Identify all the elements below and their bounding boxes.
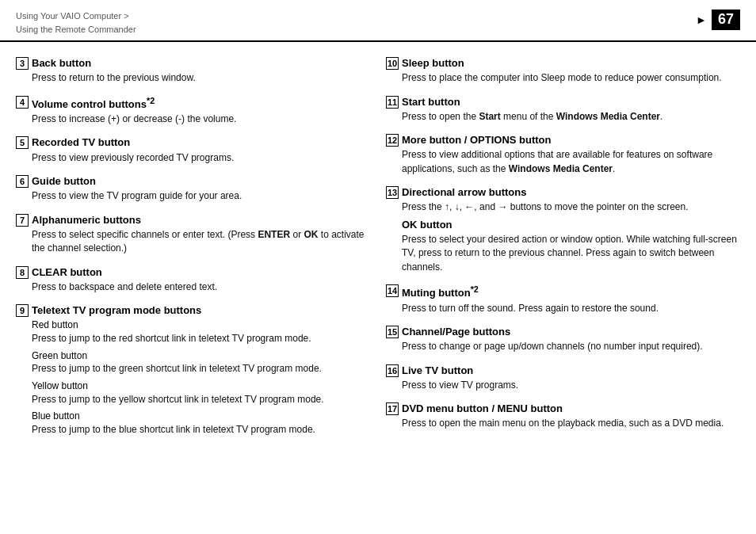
- entry-number-15: 15: [386, 326, 399, 338]
- entry-number-10: 10: [386, 57, 399, 70]
- sub-title-blue: Blue button: [32, 410, 370, 423]
- entry-number-3: 3: [16, 57, 29, 70]
- entry-number-9: 9: [16, 304, 29, 317]
- entry-number-4: 4: [16, 96, 29, 109]
- sub-entry-red: Red button Press to jump to the red shor…: [32, 318, 370, 345]
- right-column: 10 Sleep button Press to place the compu…: [386, 56, 740, 449]
- page-number-area: ► 67: [696, 10, 740, 30]
- entry-5: 5 Recorded TV button Press to view previ…: [16, 135, 370, 165]
- ok-title: OK button: [402, 218, 740, 232]
- entry-title-7: Alphanumeric buttons: [32, 213, 370, 227]
- entry-9: 9 Teletext TV program mode buttons Red b…: [16, 303, 370, 440]
- entry-title-3: Back button: [32, 56, 370, 71]
- entry-3: 3 Back button Press to return to the pre…: [16, 56, 370, 86]
- entry-title-5: Recorded TV button: [32, 135, 370, 150]
- entry-number-14: 14: [386, 284, 399, 297]
- sub-title-yellow: Yellow button: [32, 380, 370, 393]
- sub-entry-green: Green button Press to jump to the green …: [32, 349, 370, 376]
- entry-number-17: 17: [386, 402, 399, 415]
- entry-title-13: Directional arrow buttons: [402, 185, 740, 200]
- entry-desc-3: Press to return to the previous window.: [32, 71, 370, 85]
- entry-title-8: CLEAR button: [32, 265, 370, 280]
- entry-content-10: Sleep button Press to place the computer…: [402, 56, 740, 86]
- entry-content-11: Start button Press to open the Start men…: [402, 95, 740, 124]
- entry-11: 11 Start button Press to open the Start …: [386, 95, 740, 124]
- page-number: 67: [712, 10, 740, 30]
- entry-title-6: Guide button: [32, 174, 370, 189]
- entry-content-7: Alphanumeric buttons Press to select spe…: [32, 213, 370, 256]
- entry-number-11: 11: [386, 96, 399, 109]
- entry-content-6: Guide button Press to view the TV progra…: [32, 174, 370, 204]
- entry-number-5: 5: [16, 136, 29, 149]
- entry-8: 8 CLEAR button Press to backspace and de…: [16, 265, 370, 295]
- entry-title-14: Muting button*2: [402, 284, 740, 301]
- entry-desc-11: Press to open the Start menu of the Wind…: [402, 110, 740, 124]
- entry-title-17: DVD menu button / MENU button: [402, 402, 740, 416]
- entry-title-12: More button / OPTIONS button: [402, 133, 740, 147]
- entry-desc-8: Press to backspace and delete entered te…: [32, 280, 370, 294]
- sub-desc-red: Press to jump to the red shortcut link i…: [32, 332, 370, 345]
- arrow-right-icon: ►: [696, 13, 707, 26]
- entry-title-16: Live TV button: [402, 364, 740, 378]
- entry-title-15: Channel/Page buttons: [402, 325, 740, 339]
- entry-content-5: Recorded TV button Press to view previou…: [32, 135, 370, 165]
- sub-desc-blue: Press to jump to the blue shortcut link …: [32, 423, 370, 437]
- entry-desc-5: Press to view previously recorded TV pro…: [32, 151, 370, 165]
- entry-17: 17 DVD menu button / MENU button Press t…: [386, 402, 740, 431]
- entry-12: 12 More button / OPTIONS button Press to…: [386, 133, 740, 176]
- entry-10: 10 Sleep button Press to place the compu…: [386, 56, 740, 86]
- entry-content-17: DVD menu button / MENU button Press to o…: [402, 402, 740, 431]
- entry-content-9: Teletext TV program mode buttons Red but…: [32, 303, 370, 440]
- left-column: 3 Back button Press to return to the pre…: [16, 56, 370, 449]
- breadcrumb: Using Your VAIO Computer > Using the Rem…: [16, 10, 136, 36]
- entry-desc-16: Press to view TV programs.: [402, 379, 740, 392]
- ok-section: OK button Press to select your desired a…: [402, 218, 740, 274]
- entry-number-8: 8: [16, 266, 29, 279]
- page-container: Using Your VAIO Computer > Using the Rem…: [0, 0, 756, 534]
- entry-number-16: 16: [386, 364, 399, 377]
- entry-title-11: Start button: [402, 95, 740, 109]
- entry-content-4: Volume control buttons*2 Press to increa…: [32, 95, 370, 127]
- entry-content-14: Muting button*2 Press to turn off the so…: [402, 284, 740, 315]
- entry-7: 7 Alphanumeric buttons Press to select s…: [16, 213, 370, 256]
- entry-title-4: Volume control buttons*2: [32, 95, 370, 113]
- entry-desc-10: Press to place the computer into Sleep m…: [402, 71, 740, 85]
- entry-6: 6 Guide button Press to view the TV prog…: [16, 174, 370, 204]
- entry-title-10: Sleep button: [402, 56, 740, 71]
- entry-content-3: Back button Press to return to the previ…: [32, 56, 370, 86]
- entry-13: 13 Directional arrow buttons Press the ↑…: [386, 185, 740, 274]
- entry-14: 14 Muting button*2 Press to turn off the…: [386, 284, 740, 315]
- entry-desc-14: Press to turn off the sound. Press again…: [402, 302, 740, 315]
- entry-number-12: 12: [386, 134, 399, 147]
- sub-title-green: Green button: [32, 349, 370, 363]
- entry-content-13: Directional arrow buttons Press the ↑, ↓…: [402, 185, 740, 274]
- entry-number-13: 13: [386, 186, 399, 199]
- entry-content-8: CLEAR button Press to backspace and dele…: [32, 265, 370, 295]
- entry-desc-13: Press the ↑, ↓, ←, and → buttons to move…: [402, 200, 740, 214]
- entry-desc-6: Press to view the TV program guide for y…: [32, 189, 370, 203]
- entry-number-6: 6: [16, 175, 29, 188]
- entry-desc-4: Press to increase (+) or decrease (-) th…: [32, 113, 370, 126]
- entry-4: 4 Volume control buttons*2 Press to incr…: [16, 95, 370, 127]
- sub-desc-yellow: Press to jump to the yellow shortcut lin…: [32, 393, 370, 406]
- entry-15: 15 Channel/Page buttons Press to change …: [386, 325, 740, 354]
- entry-number-7: 7: [16, 214, 29, 227]
- sub-entry-blue: Blue button Press to jump to the blue sh…: [32, 410, 370, 437]
- entry-desc-12: Press to view additional options that ar…: [402, 148, 740, 176]
- sub-desc-green: Press to jump to the green shortcut link…: [32, 362, 370, 376]
- entry-16: 16 Live TV button Press to view TV progr…: [386, 364, 740, 393]
- entry-content-16: Live TV button Press to view TV programs…: [402, 364, 740, 393]
- entry-content-15: Channel/Page buttons Press to change or …: [402, 325, 740, 354]
- sub-entry-yellow: Yellow button Press to jump to the yello…: [32, 380, 370, 406]
- ok-desc: Press to select your desired action or w…: [402, 233, 740, 274]
- sub-title-red: Red button: [32, 318, 370, 332]
- header: Using Your VAIO Computer > Using the Rem…: [0, 0, 756, 42]
- entry-desc-7: Press to select specific channels or ent…: [32, 228, 370, 256]
- entry-desc-15: Press to change or page up/down channels…: [402, 340, 740, 353]
- entry-content-12: More button / OPTIONS button Press to vi…: [402, 133, 740, 176]
- main-content: 3 Back button Press to return to the pre…: [0, 42, 756, 457]
- entry-title-9: Teletext TV program mode buttons: [32, 303, 370, 318]
- entry-desc-17: Press to open the main menu on the playb…: [402, 417, 740, 430]
